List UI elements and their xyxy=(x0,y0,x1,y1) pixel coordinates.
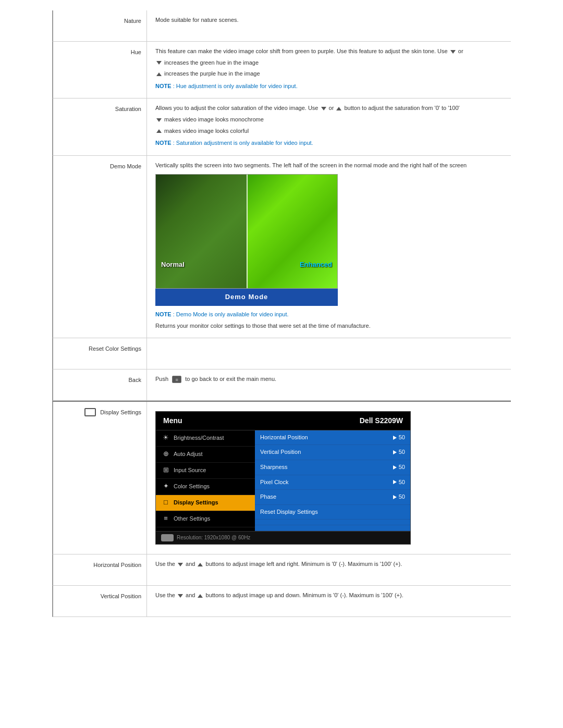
brightness-icon: ☀ xyxy=(161,434,170,443)
demo-enhanced-label: Enhanced xyxy=(300,260,332,270)
hue-down-arrow-icon2 xyxy=(155,59,163,66)
osd-right-pixel-clock[interactable]: Pixel Clock 50 xyxy=(255,475,410,490)
color-settings-icon: ✦ xyxy=(161,482,170,491)
osd-right-horizontal[interactable]: Horizontal Position 50 xyxy=(255,430,410,446)
sharp-arrow-icon xyxy=(393,465,397,470)
osd-right-phase[interactable]: Phase 50 xyxy=(255,490,410,505)
nature-label: Nature xyxy=(53,10,147,41)
osd-right-vertical[interactable]: Vertical Position 50 xyxy=(255,445,410,460)
osd-brand: Dell S2209W xyxy=(360,415,403,426)
vert-down-arrow-icon xyxy=(177,592,184,598)
hue-arrow-down-icon xyxy=(449,48,457,54)
demo-note-label: NOTE xyxy=(155,311,172,317)
demo-normal-label: Normal xyxy=(161,260,185,270)
display-settings-label: Display Settings xyxy=(100,409,141,415)
osd-item-input-source[interactable]: ⊞ Input Source xyxy=(156,463,255,479)
dell-logo-icon xyxy=(161,534,174,541)
phase-arrow-icon xyxy=(393,495,397,499)
horiz-down-arrow-icon xyxy=(177,561,184,567)
horiz-arrow-icon xyxy=(393,436,397,440)
osd-resolution-text: Resolution: 1920x1080 @ 60Hz xyxy=(177,534,250,542)
pixel-arrow-icon xyxy=(393,480,397,484)
demo-mode-content: Vertically splits the screen into two se… xyxy=(147,156,511,338)
vertical-position-content: Use the and buttons to adjust image up a… xyxy=(147,586,511,616)
display-settings-menu-icon: □ xyxy=(161,498,170,508)
demo-returns-text: Returns your monitor color settings to t… xyxy=(155,322,503,331)
hue-up-arrow-icon2 xyxy=(155,70,163,77)
osd-right-empty1 xyxy=(255,520,410,525)
reset-color-content xyxy=(147,338,511,369)
demo-mode-banner: Demo Mode xyxy=(155,289,338,306)
horizontal-position-label: Horizontal Position xyxy=(53,554,147,585)
auto-adjust-icon: ⊕ xyxy=(161,450,170,459)
osd-body: ☀ Brightness/Contrast ⊕ Auto Adjust ⊞ In… xyxy=(156,430,410,532)
hue-note-label: NOTE xyxy=(155,83,172,89)
display-settings-icon xyxy=(84,408,96,416)
demo-mode-label: Demo Mode xyxy=(53,156,147,338)
sat-up-arrow xyxy=(335,105,342,111)
display-settings-content: Menu Dell S2209W ☀ Brightness/Contrast ⊕… xyxy=(147,402,511,554)
demo-mode-image-container: Normal Enhanced Demo Mode xyxy=(155,174,503,306)
osd-right-sharpness[interactable]: Sharpness 50 xyxy=(255,460,410,475)
hue-label: Hue xyxy=(53,42,147,98)
sat-up-arrow2 xyxy=(155,128,163,134)
osd-item-display-settings[interactable]: □ Display Settings xyxy=(156,495,255,511)
back-label: Back xyxy=(53,369,147,400)
sat-note-label: NOTE xyxy=(155,140,172,146)
input-source-icon: ⊞ xyxy=(161,466,170,475)
osd-menu: Menu Dell S2209W ☀ Brightness/Contrast ⊕… xyxy=(155,411,411,545)
osd-item-brightness[interactable]: ☀ Brightness/Contrast xyxy=(156,430,255,447)
hue-note-text: : Hue adjustment is only available for v… xyxy=(173,83,298,89)
osd-left-panel: ☀ Brightness/Contrast ⊕ Auto Adjust ⊞ In… xyxy=(156,430,255,532)
osd-item-other-settings[interactable]: ≡ Other Settings xyxy=(156,511,255,527)
horiz-up-arrow-icon xyxy=(197,561,204,567)
demo-image: Normal Enhanced xyxy=(155,174,338,289)
osd-menu-title: Menu xyxy=(163,415,182,426)
other-settings-icon: ≡ xyxy=(161,514,170,524)
saturation-label: Saturation xyxy=(53,98,147,155)
vertical-position-label: Vertical Position xyxy=(53,586,147,616)
osd-right-panel: Horizontal Position 50 Vertical Position… xyxy=(255,430,410,532)
vert-up-arrow-icon xyxy=(197,592,204,598)
vert-arrow-icon xyxy=(393,450,397,454)
osd-right-reset-display[interactable]: Reset Display Settings xyxy=(255,505,410,520)
nature-description: Mode suitable for nature scenes. xyxy=(147,10,511,41)
osd-item-color-settings[interactable]: ✦ Color Settings xyxy=(156,479,255,495)
reset-color-label: Reset Color Settings xyxy=(53,338,147,369)
demo-note-text: : Demo Mode is only available for video … xyxy=(173,311,289,317)
hue-content: This feature can make the video image co… xyxy=(147,42,511,98)
back-button-icon: ≡ xyxy=(172,376,181,383)
osd-footer: Resolution: 1920x1080 @ 60Hz xyxy=(156,531,410,544)
osd-item-auto-adjust[interactable]: ⊕ Auto Adjust xyxy=(156,447,255,463)
osd-header: Menu Dell S2209W xyxy=(156,412,410,430)
back-content: Push ≡ to go back to or exit the main me… xyxy=(147,369,511,400)
saturation-content: Allows you to adjust the color saturatio… xyxy=(147,98,511,155)
sat-down-arrow2 xyxy=(155,116,163,122)
horizontal-position-content: Use the and buttons to adjust image left… xyxy=(147,554,511,585)
sat-down-arrow xyxy=(320,105,327,111)
sat-note-text: : Saturation adjustment is only availabl… xyxy=(173,140,313,146)
osd-right-empty2 xyxy=(255,525,410,531)
hue-desc: This feature can make the video image co… xyxy=(155,48,448,54)
